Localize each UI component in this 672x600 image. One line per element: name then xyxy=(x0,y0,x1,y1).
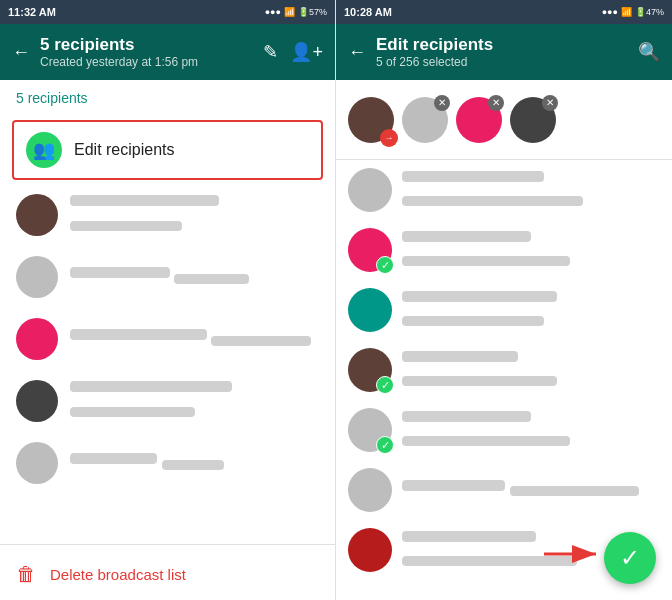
battery-icon: 🔋57% xyxy=(298,7,327,17)
avatar-wrapper: ✓ xyxy=(348,408,392,452)
right-status-bar: 10:28 AM ●●● 📶 🔋47% xyxy=(336,0,672,24)
confirm-fab-button[interactable]: ✓ xyxy=(604,532,656,584)
check-badge: ✓ xyxy=(376,436,394,454)
contact-name xyxy=(402,231,531,242)
contact-info xyxy=(402,171,660,210)
left-status-bar: 11:32 AM ●●● 📶 🔋57% xyxy=(0,0,335,24)
contact-info xyxy=(402,411,660,450)
selected-chip[interactable]: → xyxy=(348,97,394,143)
delete-broadcast-label: Delete broadcast list xyxy=(50,566,186,583)
contact-name xyxy=(70,195,219,206)
avatar xyxy=(16,380,58,422)
recipients-count-label: 5 recipients xyxy=(0,80,335,116)
selected-chip[interactable]: ✕ xyxy=(402,97,448,143)
avatar xyxy=(16,256,58,298)
avatar xyxy=(16,318,58,360)
delete-broadcast-button[interactable]: 🗑 Delete broadcast list xyxy=(0,549,335,600)
edit-recipients-label: Edit recipients xyxy=(74,141,175,159)
checkmark-icon: ✓ xyxy=(620,544,640,572)
contact-name xyxy=(70,267,170,278)
contact-msg xyxy=(402,196,583,206)
selected-chip[interactable]: ✕ xyxy=(510,97,556,143)
avatar-wrapper xyxy=(348,288,392,332)
edit-icon[interactable]: ✎ xyxy=(263,41,278,63)
avatar-wrapper: ✓ xyxy=(348,228,392,272)
avatar xyxy=(348,468,392,512)
contact-msg xyxy=(402,256,570,266)
back-button-left[interactable]: ← xyxy=(12,42,30,63)
contact-info xyxy=(402,291,660,330)
back-button-right[interactable]: ← xyxy=(348,42,366,63)
avatar xyxy=(348,528,392,572)
contact-info xyxy=(70,195,319,235)
right-header: ← Edit recipients 5 of 256 selected 🔍 xyxy=(336,24,672,80)
contact-info xyxy=(402,231,660,270)
divider xyxy=(0,544,335,545)
signal-icon-right: ●●● xyxy=(602,7,618,17)
contact-name xyxy=(402,480,505,491)
avatar xyxy=(16,442,58,484)
check-badge: ✓ xyxy=(376,256,394,274)
avatar xyxy=(348,288,392,332)
contact-info xyxy=(402,351,660,390)
contact-msg xyxy=(211,336,311,346)
contact-item[interactable] xyxy=(0,308,335,370)
edit-recipients-button[interactable]: 👥 Edit recipients xyxy=(12,120,323,180)
contact-name xyxy=(402,531,536,542)
people-icon: 👥 xyxy=(33,139,55,161)
wifi-icon-right: 📶 xyxy=(621,7,632,17)
left-header-title-group: 5 recipients Created yesterday at 1:56 p… xyxy=(40,35,253,69)
contact-msg xyxy=(402,436,570,446)
avatar xyxy=(16,194,58,236)
right-panel: 10:28 AM ●●● 📶 🔋47% ← Edit recipients 5 … xyxy=(336,0,672,600)
contact-info xyxy=(70,329,319,350)
contact-name xyxy=(70,329,207,340)
contact-name xyxy=(70,453,157,464)
contact-item[interactable] xyxy=(0,370,335,432)
selected-chip[interactable]: ✕ xyxy=(456,97,502,143)
contact-name xyxy=(70,381,232,392)
left-time: 11:32 AM xyxy=(8,6,56,18)
contact-item-right[interactable]: ✓ xyxy=(336,220,672,280)
contact-item[interactable] xyxy=(0,432,335,494)
contact-name xyxy=(402,411,531,422)
selected-chips-row: → ✕ ✕ ✕ xyxy=(336,80,672,160)
right-time: 10:28 AM xyxy=(344,6,392,18)
add-recipient-icon[interactable]: 👤+ xyxy=(290,41,323,63)
search-icon-right[interactable]: 🔍 xyxy=(638,41,660,63)
battery-icon-right: 🔋47% xyxy=(635,7,664,17)
contact-item-right[interactable]: ✓ xyxy=(336,400,672,460)
contact-item-right[interactable] xyxy=(336,460,672,520)
contact-item-right[interactable] xyxy=(336,280,672,340)
contact-msg xyxy=(402,316,544,326)
left-header-title: 5 recipients xyxy=(40,35,253,55)
left-header-actions: ✎ 👤+ xyxy=(263,41,323,63)
left-status-icons: ●●● 📶 🔋57% xyxy=(265,7,327,17)
signal-icon: ●●● xyxy=(265,7,281,17)
right-panel-wrapper: ✓ ✓ xyxy=(336,160,672,600)
left-contacts-list xyxy=(0,184,335,540)
contact-info xyxy=(70,453,319,474)
right-header-title: Edit recipients xyxy=(376,35,628,55)
contact-info xyxy=(70,381,319,421)
right-header-info: Edit recipients 5 of 256 selected xyxy=(376,35,628,69)
delete-icon: 🗑 xyxy=(16,563,36,586)
contact-info xyxy=(402,480,660,500)
contact-item[interactable] xyxy=(0,184,335,246)
contact-msg xyxy=(510,486,639,496)
chip-remove-button[interactable]: ✕ xyxy=(488,95,504,111)
contact-item[interactable] xyxy=(0,246,335,308)
right-status-icons: ●●● 📶 🔋47% xyxy=(602,7,664,17)
avatar-wrapper: ✓ xyxy=(348,348,392,392)
contact-msg xyxy=(402,376,557,386)
right-header-subtitle: 5 of 256 selected xyxy=(376,55,628,69)
avatar-wrapper xyxy=(348,528,392,572)
contact-item-right[interactable] xyxy=(336,160,672,220)
contact-msg xyxy=(162,460,224,470)
chip-remove-button[interactable]: ✕ xyxy=(542,95,558,111)
wifi-icon: 📶 xyxy=(284,7,295,17)
fab-arrow-indicator xyxy=(544,544,604,564)
contact-item-right[interactable]: ✓ xyxy=(336,340,672,400)
chip-arrow-indicator: → xyxy=(380,129,398,147)
chip-remove-button[interactable]: ✕ xyxy=(434,95,450,111)
